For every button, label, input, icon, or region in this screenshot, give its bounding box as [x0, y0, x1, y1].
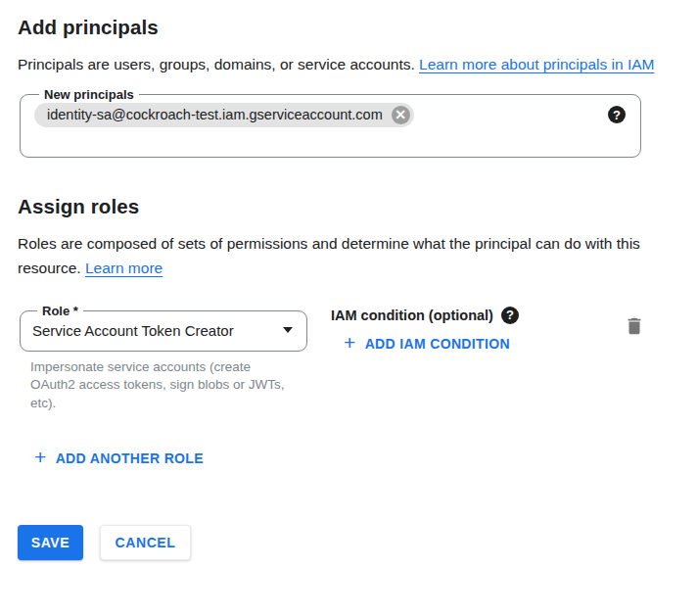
add-iam-condition-button[interactable]: + ADD IAM CONDITION [344, 336, 510, 352]
add-iam-condition-label: ADD IAM CONDITION [365, 336, 510, 352]
add-another-role-label: ADD ANOTHER ROLE [56, 450, 204, 466]
roles-description: Roles are composed of sets of permission… [18, 231, 656, 281]
add-principals-panel: Add principals Principals are users, gro… [0, 0, 698, 560]
iam-condition-help-icon[interactable]: ? [501, 307, 519, 324]
new-principals-field[interactable]: New principals identity-sa@cockroach-tes… [20, 87, 641, 158]
learn-more-roles-link[interactable]: Learn more [85, 260, 163, 276]
plus-icon: + [344, 335, 356, 351]
iam-condition-label: IAM condition (optional) [331, 308, 493, 323]
iam-condition-label-row: IAM condition (optional) ? [331, 307, 519, 324]
principals-description-text: Principals are users, groups, domains, o… [18, 56, 419, 72]
principals-field-content: identity-sa@cockroach-test.iam.gservicea… [34, 103, 626, 127]
principals-description: Principals are users, groups, domains, o… [18, 52, 656, 77]
learn-more-principals-link[interactable]: Learn more about principals in IAM [419, 56, 654, 72]
delete-role-button[interactable] [624, 314, 645, 338]
iam-condition-column: IAM condition (optional) ? + ADD IAM CON… [331, 304, 519, 413]
role-select-label: Role * [37, 304, 83, 318]
principal-chip-label: identity-sa@cockroach-test.iam.gservicea… [47, 107, 383, 122]
role-row: Role * Service Account Token Creator Imp… [18, 304, 698, 413]
new-principals-label: New principals [39, 87, 139, 102]
page-title: Add principals [18, 16, 698, 39]
add-another-role-button[interactable]: + ADD ANOTHER ROLE [34, 450, 204, 466]
role-select[interactable]: Role * Service Account Token Creator [20, 304, 307, 352]
delete-icon [624, 326, 645, 341]
role-column: Role * Service Account Token Creator Imp… [18, 304, 309, 413]
assign-roles-title: Assign roles [18, 195, 698, 218]
principals-help-icon[interactable]: ? [608, 106, 626, 123]
cancel-button[interactable]: CANCEL [100, 525, 191, 560]
chip-remove-icon[interactable]: ✕ [392, 106, 410, 124]
chevron-down-icon [283, 327, 293, 333]
plus-icon: + [34, 450, 47, 465]
save-button[interactable]: SAVE [18, 525, 83, 560]
role-helper-text: Impersonate service accounts (create OAu… [30, 358, 297, 413]
principal-chip: identity-sa@cockroach-test.iam.gservicea… [34, 103, 414, 127]
role-select-content: Service Account Token Creator [32, 322, 295, 339]
role-selected-value: Service Account Token Creator [32, 322, 234, 339]
footer-actions: SAVE CANCEL [18, 525, 698, 560]
